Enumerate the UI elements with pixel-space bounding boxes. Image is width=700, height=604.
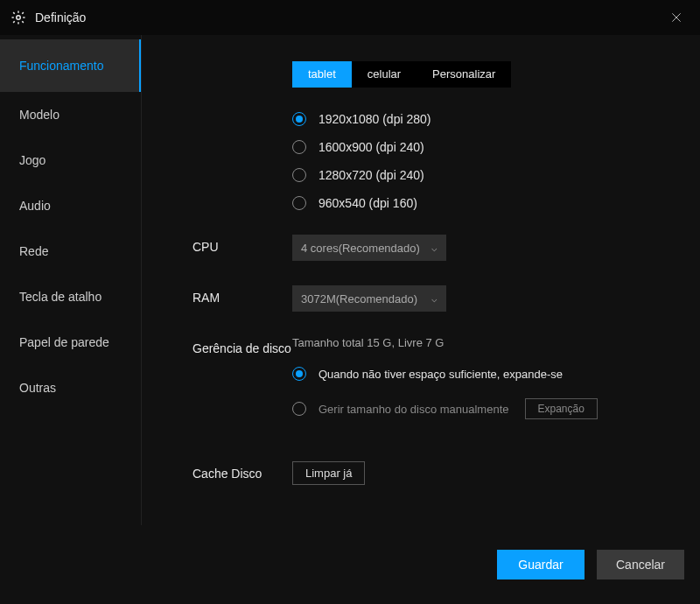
cache-label: Cache Disco [192,461,292,481]
cache-section: Cache Disco Limpar já [192,461,700,485]
ram-section: RAM 3072M(Recomendado) ⌵ [192,285,700,312]
resolution-label: 1600x900 (dpi 240) [318,140,424,154]
chevron-down-icon: ⌵ [431,293,438,305]
tab-personalizar[interactable]: Personalizar [416,61,511,88]
cpu-value: 4 cores(Recomendado) [301,242,420,255]
sidebar-item-outras[interactable]: Outras [0,365,141,411]
sidebar-item-funcionamento[interactable]: Funcionamento [0,39,141,92]
resolution-option[interactable]: 1280x720 (dpi 240) [292,168,700,182]
footer: Guardar Cancelar [0,525,700,604]
tab-celular[interactable]: celular [352,61,416,88]
clear-cache-button[interactable]: Limpar já [292,461,365,485]
resolution-label: 960x540 (dpi 160) [318,196,417,210]
resolution-label: 1920x1080 (dpi 280) [318,112,430,126]
cpu-label: CPU [192,235,292,254]
sidebar-item-rede[interactable]: Rede [0,228,141,274]
radio-icon [292,112,306,126]
sidebar-item-jogo[interactable]: Jogo [0,137,141,183]
radio-icon [292,140,306,154]
sidebar: Funcionamento Modelo Jogo Audio Rede Tec… [0,35,142,525]
sidebar-item-tecla[interactable]: Tecla de atalho [0,274,141,320]
cpu-select[interactable]: 4 cores(Recomendado) ⌵ [292,235,446,261]
resolution-option[interactable]: 1600x900 (dpi 240) [292,140,700,154]
disk-option-auto[interactable]: Quando não tiver espaço suficiente, expa… [292,367,598,381]
save-button[interactable]: Guardar [497,550,584,579]
sidebar-item-papel[interactable]: Papel de parede [0,320,141,365]
ram-label: RAM [192,285,292,305]
expand-button[interactable]: Expanção [525,398,598,419]
tab-tablet[interactable]: tablet [292,61,352,88]
main-panel: tablet celular Personalizar 1920x1080 (d… [142,35,700,525]
ram-value: 3072M(Recomendado) [301,292,417,306]
resolution-option[interactable]: 1920x1080 (dpi 280) [292,112,700,126]
cpu-section: CPU 4 cores(Recomendado) ⌵ [192,235,700,261]
sidebar-item-modelo[interactable]: Modelo [0,92,141,137]
resolution-label: 1280x720 (dpi 240) [318,168,424,182]
resolution-list: 1920x1080 (dpi 280) 1600x900 (dpi 240) 1… [292,112,700,210]
radio-icon [292,196,306,210]
titlebar: Definição [0,0,700,35]
radio-icon [292,402,306,416]
sidebar-item-audio[interactable]: Audio [0,183,141,228]
svg-point-0 [17,16,21,20]
window-title: Definição [35,11,86,25]
disk-info: Tamanho total 15 G, Livre 7 G [292,336,598,349]
disk-option-label: Quando não tiver espaço suficiente, expa… [318,368,563,381]
disk-option-manual[interactable]: Gerir tamanho do disco manualmente Expan… [292,398,598,419]
disk-option-label: Gerir tamanho do disco manualmente [318,403,509,416]
ram-select[interactable]: 3072M(Recomendado) ⌵ [292,285,446,312]
radio-icon [292,168,306,182]
radio-icon [292,367,306,381]
mode-tabs: tablet celular Personalizar [292,61,511,88]
cancel-button[interactable]: Cancelar [597,550,684,579]
disk-label: Gerência de disco [192,336,292,355]
resolution-option[interactable]: 960x540 (dpi 160) [292,196,700,210]
gear-icon [10,10,26,25]
chevron-down-icon: ⌵ [431,242,438,254]
disk-section: Gerência de disco Tamanho total 15 G, Li… [192,336,700,437]
close-icon[interactable] [663,4,690,31]
